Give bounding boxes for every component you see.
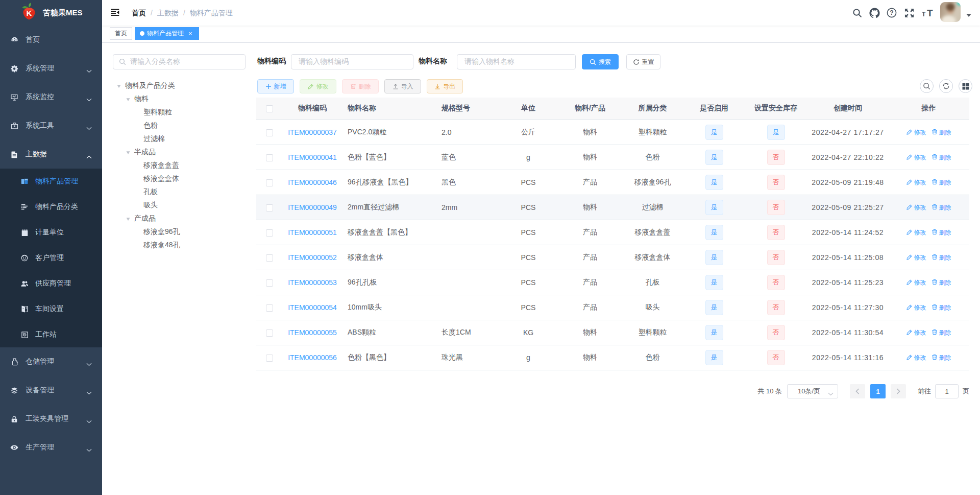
svg-text:T: T bbox=[922, 11, 926, 18]
svg-text:T: T bbox=[927, 8, 933, 18]
svg-text:?: ? bbox=[890, 9, 893, 16]
svg-text:K: K bbox=[27, 9, 32, 17]
